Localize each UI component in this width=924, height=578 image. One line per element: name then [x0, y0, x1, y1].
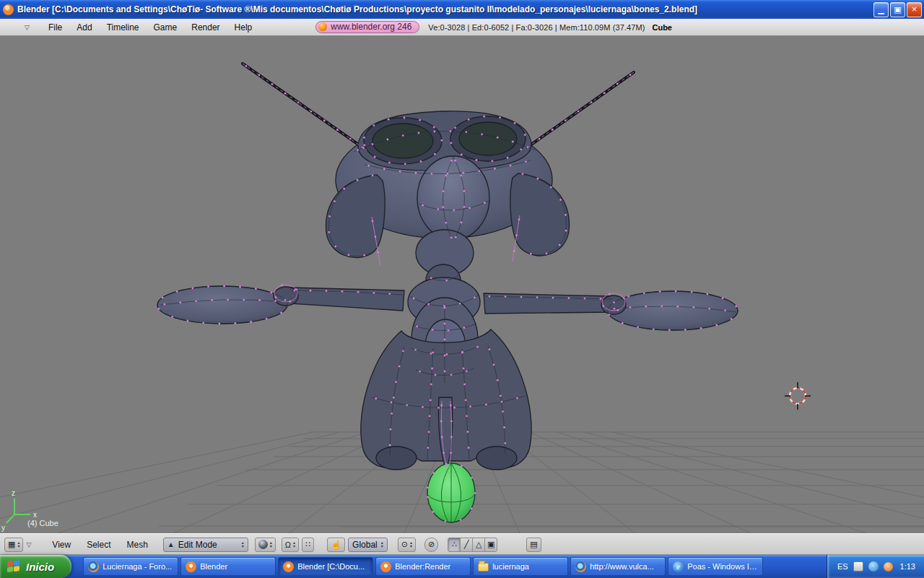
stepper-icon: ▴▾	[293, 541, 295, 548]
close-button[interactable]: ×	[907, 2, 922, 17]
snap-grid-icon: ∷	[305, 540, 310, 549]
blender-info-header: ▽ File Add Timeline Game Render Help www…	[0, 19, 924, 36]
window-titlebar: Blender [C:\Documents and Settings\ChøTi…	[0, 0, 924, 19]
stepper-icon: ▴▾	[17, 541, 19, 548]
mode-dropdown[interactable]: ▲ Edit Mode ▴▾	[163, 538, 248, 552]
blender-icon	[283, 561, 294, 572]
character-mesh	[157, 64, 738, 522]
axis-x-label: x	[33, 511, 37, 519]
stepper-icon: ▴▾	[242, 541, 244, 548]
circle-widget-icon: ⊙	[401, 540, 408, 549]
maximize-button[interactable]: ▣	[890, 2, 905, 17]
proportional-icon: Ω	[285, 540, 291, 549]
active-object-name: Cube	[652, 23, 672, 32]
taskbar-task-luciernaga-foro[interactable]: Luciernaga - Foro...	[83, 557, 178, 576]
occlude-icon: ▣	[487, 540, 494, 549]
menu-timeline[interactable]: Timeline	[100, 22, 147, 33]
start-button[interactable]: Inicio	[0, 555, 71, 578]
snap-mode-button[interactable]: ∷	[302, 538, 314, 552]
taskbar-task-folder-luciernaga[interactable]: luciernaga	[473, 557, 568, 576]
clock: 1:13	[900, 562, 915, 571]
menu-mesh[interactable]: Mesh	[121, 540, 154, 550]
firefox-icon	[88, 561, 99, 572]
viewport-header: ▦ ▴▾ ▽ View Select Mesh ▲ Edit Mode ▴▾ ▴…	[0, 533, 924, 555]
taskbar-task-blender[interactable]: Blender	[180, 557, 276, 576]
blender-icon	[186, 561, 196, 572]
draw-type-button[interactable]: ▴▾	[255, 538, 276, 552]
vertex-select-button[interactable]: ∴	[448, 538, 461, 552]
editor-type-button[interactable]: ▦ ▴▾	[4, 538, 23, 552]
edit-mode-icon: ▲	[167, 540, 175, 548]
edge-mode-icon: ╱	[464, 540, 469, 549]
foot-left	[376, 447, 417, 470]
update-tray-icon[interactable]	[884, 562, 893, 571]
foot-right	[476, 447, 517, 470]
proportional-edit-button[interactable]: Ω ▴▾	[282, 538, 299, 552]
header-collapse-icon[interactable]: ▽	[26, 541, 31, 548]
version-badge-label: www.blender.org 246	[331, 22, 411, 32]
select-mode-group: ∴ ╱ △ ▣	[448, 538, 497, 552]
menu-render[interactable]: Render	[184, 22, 227, 33]
mode-label: Edit Mode	[178, 540, 238, 550]
taskbar-task-blender-file[interactable]: Blender [C:\Docu...	[278, 557, 373, 576]
hand-icon: ☝	[331, 540, 341, 550]
windows-logo-icon	[7, 560, 21, 573]
render-preview-button[interactable]: ▤	[526, 538, 541, 552]
edge-select-button[interactable]: ╱	[460, 538, 473, 552]
menu-file[interactable]: File	[41, 22, 69, 33]
start-label: Inicio	[26, 561, 54, 573]
viewport-canvas: z x y (4) Cube	[0, 36, 924, 533]
menu-game[interactable]: Game	[147, 22, 185, 33]
minimize-button[interactable]: ▁	[873, 2, 889, 17]
window-controls: ▁ ▣ ×	[873, 2, 922, 17]
blender-version-badge[interactable]: www.blender.org 246	[315, 21, 419, 33]
language-indicator[interactable]: ES	[837, 562, 848, 571]
editor-grid-icon: ▦	[8, 540, 15, 549]
firefox-icon	[575, 561, 586, 572]
viewport-3d[interactable]: z x y (4) Cube	[0, 36, 924, 533]
taskbar-task-vulca-url[interactable]: http://www.vulca...	[570, 557, 666, 576]
draw-sphere-icon	[258, 540, 268, 549]
messenger-tray-icon[interactable]	[868, 561, 879, 571]
cursor-3d	[785, 382, 811, 410]
menu-view[interactable]: View	[45, 540, 77, 550]
axis-y-label: y	[1, 524, 5, 532]
occlude-button[interactable]: ▣	[484, 538, 497, 552]
face-select-button[interactable]: △	[472, 538, 485, 552]
nose	[417, 156, 489, 240]
taskbar-task-blender-render[interactable]: Blender:Render	[375, 557, 471, 576]
folder-icon	[478, 563, 489, 571]
stepper-icon: ▴▾	[381, 541, 383, 548]
blender-logo-icon	[318, 22, 327, 31]
task-buttons: Luciernaga - Foro... Blender Blender [C:…	[80, 555, 827, 578]
magnet-icon: ⊘	[428, 540, 435, 549]
header-pulldown-icon[interactable]: ▽	[25, 24, 30, 31]
taskbar: Inicio Luciernaga - Foro... Blender Blen…	[0, 555, 924, 578]
vertex-mode-icon: ∴	[452, 540, 457, 549]
goggle-lens-right	[459, 122, 517, 155]
blender-icon	[380, 561, 391, 572]
stepper-icon: ▴▾	[410, 541, 412, 548]
face-mode-icon: △	[476, 540, 481, 549]
menu-select[interactable]: Select	[80, 540, 117, 550]
manipulator-button[interactable]: ☝	[327, 538, 345, 552]
system-tray: ES 1:13	[827, 555, 924, 578]
orientation-dropdown[interactable]: Global ▴▾	[348, 538, 388, 552]
display-tray-icon[interactable]	[853, 561, 863, 571]
taskbar-task-poas-ie[interactable]: e Poas - Windows In...	[668, 557, 763, 576]
internet-explorer-icon: e	[673, 561, 684, 572]
render-image-icon: ▤	[530, 540, 537, 549]
snap-magnet-button[interactable]: ⊘	[424, 538, 438, 552]
blender-app-icon	[3, 4, 14, 15]
stepper-icon: ▴▾	[270, 541, 272, 548]
scene-statistics: Ve:0-3028 | Ed:0-6052 | Fa:0-3026 | Mem:…	[428, 23, 645, 32]
ear-right	[510, 173, 570, 256]
orientation-label: Global	[352, 540, 378, 550]
widget-toggle-button[interactable]: ⊙ ▴▾	[398, 538, 416, 552]
arm-left	[289, 288, 404, 311]
menu-help[interactable]: Help	[227, 22, 260, 33]
menu-add[interactable]: Add	[69, 22, 99, 33]
axis-z-label: z	[12, 489, 15, 497]
active-object-label: (4) Cube	[27, 519, 58, 527]
window-title: Blender [C:\Documents and Settings\ChøTi…	[17, 4, 868, 14]
